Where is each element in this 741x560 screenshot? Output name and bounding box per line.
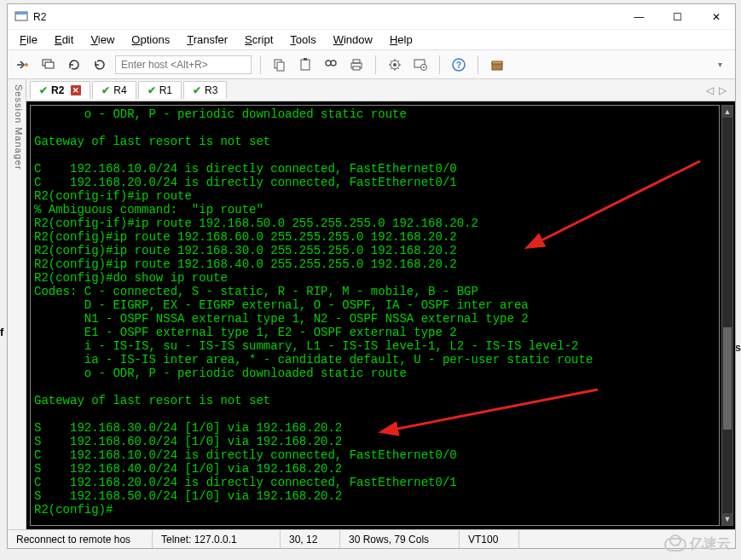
- svg-rect-12: [353, 60, 360, 63]
- tab-prev-icon[interactable]: ◁: [706, 84, 714, 96]
- tab-label: R2: [51, 84, 64, 96]
- titlebar: R2 — ☐ ✕: [8, 4, 735, 30]
- menu-view[interactable]: View: [84, 32, 121, 48]
- status-termtype: VT100: [460, 530, 519, 548]
- options-icon[interactable]: [385, 55, 405, 75]
- connected-check-icon: ✔: [39, 84, 48, 96]
- svg-point-9: [326, 61, 331, 66]
- sessions-icon[interactable]: [38, 55, 59, 75]
- toolbar-overflow-icon[interactable]: ▾: [709, 55, 730, 75]
- terminal[interactable]: o - ODR, P - periodic downloaded static …: [30, 105, 720, 526]
- connected-check-icon: ✔: [101, 84, 110, 96]
- terminal-scrollbar[interactable]: ▲ ▼: [721, 105, 733, 526]
- session-options-icon[interactable]: [410, 55, 431, 75]
- menubar: FileEditViewOptionsTransferScriptToolsWi…: [8, 30, 735, 50]
- tab-close-icon[interactable]: ✕: [71, 85, 81, 95]
- paste-icon[interactable]: [295, 55, 316, 75]
- svg-text:?: ?: [456, 61, 461, 70]
- session-manager-panel[interactable]: Session Manager: [8, 79, 26, 529]
- window-title: R2: [33, 11, 620, 23]
- svg-point-2: [25, 63, 28, 66]
- svg-point-10: [331, 61, 336, 66]
- toolbar-separator: [439, 55, 440, 74]
- svg-rect-13: [353, 66, 360, 70]
- menu-window[interactable]: Window: [327, 32, 379, 48]
- toolbox-icon[interactable]: [487, 55, 507, 75]
- close-button[interactable]: ✕: [697, 4, 735, 29]
- disconnect-icon[interactable]: [90, 55, 110, 75]
- toolbar-separator: [478, 55, 478, 74]
- toolbar-separator: [375, 55, 376, 74]
- svg-rect-6: [277, 62, 284, 71]
- tab-r1[interactable]: ✔R1: [138, 81, 182, 99]
- window-controls: — ☐ ✕: [620, 4, 735, 29]
- status-cursor: 30, 12: [281, 530, 340, 548]
- terminal-area: o - ODR, P - periodic downloaded static …: [26, 101, 735, 529]
- host-input[interactable]: [115, 55, 252, 74]
- tab-label: R4: [113, 84, 126, 96]
- scroll-thumb[interactable]: [723, 327, 732, 430]
- status-protocol: Telnet: 127.0.0.1: [153, 530, 281, 548]
- scroll-up-icon[interactable]: ▲: [722, 106, 732, 118]
- tab-r3[interactable]: ✔R3: [183, 81, 227, 99]
- tabstrip: ✔R2✕✔R4✔R1✔R3 ◁ ▷: [26, 79, 735, 101]
- maximize-button[interactable]: ☐: [658, 4, 697, 29]
- tab-nav: ◁ ▷: [706, 84, 732, 96]
- connected-check-icon: ✔: [193, 84, 201, 96]
- menu-script[interactable]: Script: [238, 32, 280, 48]
- tab-label: R3: [205, 84, 217, 96]
- svg-rect-8: [304, 58, 307, 61]
- external-marker-f: f: [0, 326, 3, 338]
- tab-label: R1: [159, 84, 172, 96]
- scroll-down-icon[interactable]: ▼: [722, 513, 732, 525]
- tab-next-icon[interactable]: ▷: [719, 84, 727, 96]
- reconnect-icon[interactable]: [64, 55, 84, 75]
- toolbar: ? ▾: [8, 50, 735, 79]
- tab-r2[interactable]: ✔R2✕: [30, 81, 90, 99]
- menu-help[interactable]: Help: [383, 32, 420, 48]
- app-icon: [14, 10, 28, 24]
- quick-connect-icon[interactable]: [13, 55, 33, 75]
- menu-tools[interactable]: Tools: [283, 32, 322, 48]
- toolbar-separator: [260, 55, 261, 74]
- svg-rect-4: [45, 62, 54, 68]
- status-dimensions: 30 Rows, 79 Cols: [340, 530, 460, 548]
- connected-check-icon: ✔: [148, 84, 156, 96]
- menu-transfer[interactable]: Transfer: [180, 32, 234, 48]
- svg-rect-22: [492, 61, 502, 64]
- help-icon[interactable]: ?: [449, 55, 469, 75]
- svg-point-18: [423, 66, 425, 68]
- svg-rect-1: [15, 12, 27, 14]
- menu-options[interactable]: Options: [124, 32, 177, 48]
- status-reconnect: Reconnect to remote hos: [8, 530, 153, 548]
- statusbar: Reconnect to remote hos Telnet: 127.0.0.…: [8, 529, 735, 548]
- find-icon[interactable]: [321, 55, 341, 75]
- minimize-button[interactable]: —: [620, 4, 658, 29]
- menu-edit[interactable]: Edit: [48, 32, 80, 48]
- svg-point-15: [393, 63, 397, 66]
- menu-file[interactable]: File: [13, 32, 44, 48]
- print-icon[interactable]: [346, 55, 367, 75]
- svg-rect-7: [301, 60, 310, 70]
- copy-icon[interactable]: [269, 55, 290, 75]
- tab-r4[interactable]: ✔R4: [92, 81, 136, 99]
- app-window: R2 — ☐ ✕ FileEditViewOptionsTransferScri…: [7, 3, 736, 549]
